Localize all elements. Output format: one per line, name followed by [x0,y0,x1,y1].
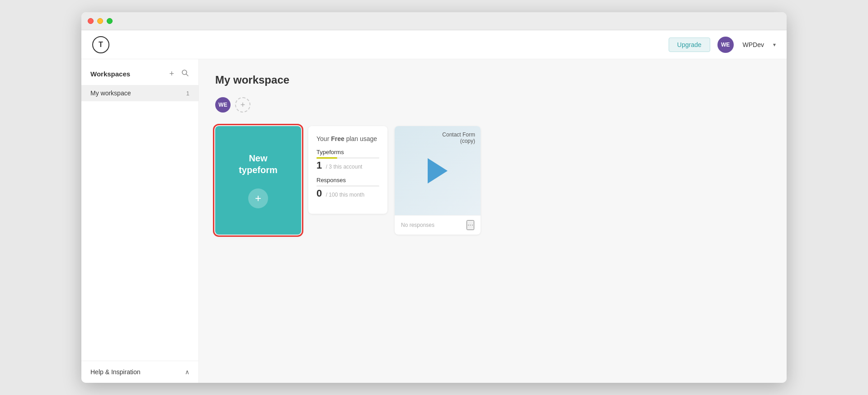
new-typeform-text: New typeform [239,152,278,176]
titlebar [81,12,787,30]
typeforms-usage-bar [316,157,379,159]
contact-form-name-line2: (copy) [442,138,475,144]
new-typeform-plus-icon: + [248,188,268,208]
typeforms-current-value: 1 [316,160,322,171]
upgrade-button[interactable]: Upgrade [669,38,710,52]
responses-max-value: / 100 this month [326,192,364,198]
plan-usage-card: Your Free plan usage Typeforms 1 / 3 thi… [308,126,387,214]
responses-label: Responses [316,177,379,183]
user-menu-chevron[interactable]: ▾ [773,42,776,48]
typeforms-usage-section: Typeforms 1 / 3 this account [316,149,379,171]
typeforms-label: Typeforms [316,149,379,155]
responses-usage-section: Responses 0 / 100 this month [316,177,379,199]
page-title: My workspace [215,74,770,86]
topnav-right: Upgrade WE WPDev ▾ [669,37,776,53]
more-options-button[interactable]: ··· [467,220,474,230]
sidebar-footer[interactable]: Help & Inspiration ∧ [81,361,198,383]
search-button[interactable] [180,68,189,80]
user-name: WPDev [743,41,764,48]
add-member-button[interactable]: + [235,97,250,113]
cards-grid: New typeform + Your Free plan usage Type… [215,126,770,235]
app-window: T Upgrade WE WPDev ▾ Workspaces + [81,12,787,383]
sidebar-item-count: 1 [186,90,189,97]
contact-form-footer: No responses ··· [395,215,481,235]
workspace-members: WE + [215,97,770,113]
footer-chevron-icon: ∧ [185,368,189,376]
sidebar-item-my-workspace[interactable]: My workspace 1 [81,85,198,101]
responses-usage-bar [316,185,379,187]
sidebar-actions: + [168,68,189,80]
new-typeform-card[interactable]: New typeform + [215,126,301,235]
member-avatar: WE [215,97,231,113]
app-logo[interactable]: T [92,36,109,53]
no-responses-label: No responses [401,222,434,228]
sidebar: Workspaces + My workspace 1 Help & Inspi [81,59,199,383]
responses-current-value: 0 [316,188,322,199]
help-inspiration-label: Help & Inspiration [90,368,141,376]
contact-form-card[interactable]: Contact Form (copy) No responses ··· [395,126,481,235]
close-button[interactable] [88,18,94,24]
play-icon [428,158,448,183]
contact-form-name-line1: Contact Form [442,132,475,138]
sidebar-item-label: My workspace [90,89,131,97]
main-content: My workspace WE + New typeform [199,59,787,383]
user-avatar: WE [717,37,734,53]
typeforms-max-value: / 3 this account [326,164,363,170]
sidebar-header: Workspaces + [81,59,198,85]
contact-form-preview: Contact Form (copy) [395,126,481,215]
traffic-lights [88,18,113,24]
svg-line-1 [186,74,188,76]
maximize-button[interactable] [107,18,113,24]
plan-title: Your Free plan usage [316,135,379,142]
sidebar-title: Workspaces [90,70,130,78]
search-icon [181,69,189,76]
app-body: Workspaces + My workspace 1 Help & Inspi [81,59,787,383]
typeforms-usage-bar-fill [316,157,337,159]
add-workspace-button[interactable]: + [168,68,175,80]
minimize-button[interactable] [97,18,103,24]
top-nav: T Upgrade WE WPDev ▾ [81,30,787,59]
